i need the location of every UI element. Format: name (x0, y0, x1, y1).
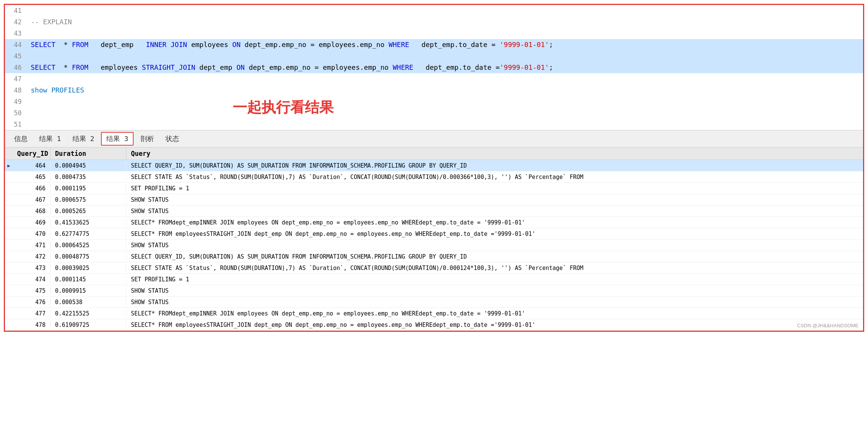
row-duration: 0.0005265 (50, 207, 126, 216)
row-duration: 0.41533625 (50, 218, 126, 227)
row-query: SELECT* FROMdept_empINNER JOIN employees… (126, 309, 863, 318)
row-duration: 0.61909725 (50, 320, 126, 330)
code-line-46: 46 SELECT * FROM employees STRAIGHT_JOIN… (5, 62, 863, 73)
row-id: 478 (13, 320, 50, 330)
col-header-id: Query_ID (13, 148, 50, 160)
table-row[interactable]: 474 0.0001145 SET PROFILING = 1 (5, 274, 863, 285)
table-row[interactable]: ▶ 464 0.0004945 SELECT QUERY_ID, SUM(DUR… (5, 160, 863, 171)
row-duration: 0.0001195 (50, 184, 126, 193)
col-header-duration: Duration (50, 148, 126, 160)
line-num-44: 44 (5, 39, 28, 50)
row-query: SHOW STATUS (126, 286, 863, 295)
table-row[interactable]: 472 0.00048775 SELECT QUERY_ID, SUM(DURA… (5, 251, 863, 262)
row-duration: 0.0004945 (50, 161, 126, 170)
line-num-46: 46 (5, 62, 28, 73)
row-id: 469 (13, 218, 50, 227)
row-duration: 0.00048775 (50, 252, 126, 261)
table-header: Query_ID Duration Query (5, 148, 863, 160)
table-row[interactable]: 468 0.0005265 SHOW STATUS (5, 206, 863, 217)
row-query: SHOW STATUS (126, 195, 863, 204)
row-id: 475 (13, 286, 50, 295)
table-row[interactable]: 473 0.00039025 SELECT STATE AS `Status`,… (5, 262, 863, 274)
table-row[interactable]: 466 0.0001195 SET PROFILING = 1 (5, 183, 863, 194)
row-query: SELECT* FROMdept_empINNER JOIN employees… (126, 218, 863, 227)
line-content-51 (28, 119, 863, 130)
main-container: 41 42 -- EXPLAIN 43 44 SELECT * FROM dep… (4, 4, 864, 332)
tabs-bar: 信息 结果 1 结果 2 结果 3 剖析 状态 (5, 130, 863, 148)
code-line-47: 47 (5, 73, 863, 85)
row-duration: 0.0001145 (50, 275, 126, 284)
line-num-51: 51 (5, 119, 28, 130)
row-duration: 0.62774775 (50, 229, 126, 239)
row-id: 473 (13, 264, 50, 273)
code-line-44: 44 SELECT * FROM dept_emp INNER JOIN emp… (5, 39, 863, 50)
tab-status[interactable]: 状态 (161, 133, 184, 145)
row-query: SELECT STATE AS `Status`, ROUND(SUM(DURA… (126, 264, 863, 273)
row-duration: 0.000538 (50, 298, 126, 307)
tab-result3[interactable]: 结果 3 (101, 132, 134, 146)
editor-area: 41 42 -- EXPLAIN 43 44 SELECT * FROM dep… (5, 5, 863, 130)
line-num-49: 49 (5, 96, 28, 107)
tab-info[interactable]: 信息 (9, 133, 32, 145)
row-id: 471 (13, 241, 50, 250)
line-num-50: 50 (5, 107, 28, 119)
row-id: 468 (13, 207, 50, 216)
tab-profile[interactable]: 剖析 (136, 133, 159, 145)
line-content-44: SELECT * FROM dept_emp INNER JOIN employ… (28, 39, 863, 50)
row-duration: 0.42215525 (50, 309, 126, 318)
code-line-48: 48 show PROFILES (5, 85, 863, 96)
row-query: SELECT* FROM employeesSTRAIGHT_JOIN dept… (126, 320, 863, 330)
row-query: SHOW STATUS (126, 298, 863, 307)
row-id: 476 (13, 298, 50, 307)
table-row[interactable]: 465 0.0004735 SELECT STATE AS `Status`, … (5, 171, 863, 183)
table-row[interactable]: 475 0.0009915 SHOW STATUS (5, 285, 863, 297)
row-query: SELECT* FROM employeesSTRAIGHT_JOIN dept… (126, 229, 863, 239)
line-content-46: SELECT * FROM employees STRAIGHT_JOIN de… (28, 62, 863, 73)
line-content-41 (28, 5, 863, 16)
table-row[interactable]: 477 0.42215525 SELECT* FROMdept_empINNER… (5, 308, 863, 319)
row-id: 465 (13, 173, 50, 182)
line-num-48: 48 (5, 85, 28, 96)
row-query: SET PROFILING = 1 (126, 184, 863, 193)
line-num-45: 45 (5, 50, 28, 62)
line-num-43: 43 (5, 28, 28, 39)
code-line-50: 50 一起执行看结果 (5, 107, 863, 119)
line-num-42: 42 (5, 16, 28, 28)
row-duration: 0.00064525 (50, 241, 126, 250)
row-duration: 0.0009915 (50, 286, 126, 295)
table-row[interactable]: 467 0.0006575 SHOW STATUS (5, 194, 863, 206)
table-row[interactable]: 471 0.00064525 SHOW STATUS (5, 240, 863, 251)
code-line-41: 41 (5, 5, 863, 16)
code-line-45: 45 (5, 50, 863, 62)
row-id: 467 (13, 195, 50, 204)
line-content-48: show PROFILES (28, 85, 863, 96)
table-area: Query_ID Duration Query ▶ 464 0.0004945 … (5, 148, 863, 331)
row-arrow: ▶ (5, 163, 13, 168)
line-content-42: -- EXPLAIN (28, 16, 863, 28)
line-content-49 (28, 96, 863, 107)
code-line-49: 49 (5, 96, 863, 107)
row-query: SELECT QUERY_ID, SUM(DURATION) AS SUM_DU… (126, 252, 863, 261)
row-duration: 0.00039025 (50, 264, 126, 273)
row-duration: 0.0004735 (50, 173, 126, 182)
line-content-47 (28, 73, 863, 85)
row-query: SELECT QUERY_ID, SUM(DURATION) AS SUM_DU… (126, 161, 863, 170)
table-row[interactable]: 469 0.41533625 SELECT* FROMdept_empINNER… (5, 217, 863, 228)
table-row[interactable]: 478 0.61909725 SELECT* FROM employeesSTR… (5, 319, 863, 331)
row-duration: 0.0006575 (50, 195, 126, 204)
row-query: SHOW STATUS (126, 241, 863, 250)
row-query: SHOW STATUS (126, 207, 863, 216)
line-content-43 (28, 28, 863, 39)
row-id: 477 (13, 309, 50, 318)
tab-result2[interactable]: 结果 2 (68, 133, 99, 145)
code-line-43: 43 (5, 28, 863, 39)
row-id: 464 (13, 161, 50, 170)
table-row[interactable]: 470 0.62774775 SELECT* FROM employeesSTR… (5, 228, 863, 240)
code-line-51: 51 (5, 119, 863, 130)
row-id: 470 (13, 229, 50, 239)
tab-result1[interactable]: 结果 1 (35, 133, 66, 145)
line-num-47: 47 (5, 73, 28, 85)
table-row[interactable]: 476 0.000538 SHOW STATUS (5, 297, 863, 308)
line-content-50 (28, 107, 863, 119)
row-query: SET PROFILING = 1 (126, 275, 863, 284)
